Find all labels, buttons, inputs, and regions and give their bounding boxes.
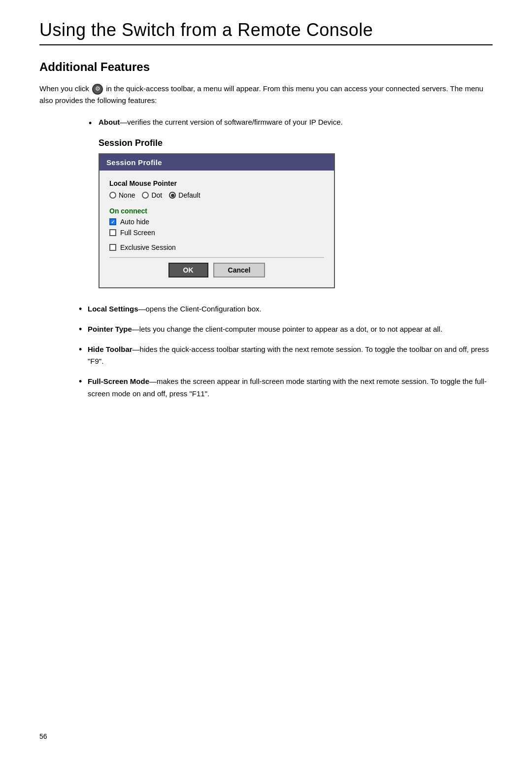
cancel-button[interactable]: Cancel <box>213 263 266 277</box>
radio-group: None Dot Default <box>109 191 324 199</box>
about-bullet: About—verifies the current version of so… <box>99 116 493 128</box>
page-title: Using the Switch from a Remote Console <box>39 20 493 40</box>
on-connect-label: On connect <box>109 207 324 215</box>
hide-toolbar-text: hides the quick-access toolbar starting … <box>88 345 489 366</box>
dialog-title: Session Profile <box>106 158 162 167</box>
about-label: About <box>99 118 120 126</box>
intro-paragraph: When you click in the quick-access toolb… <box>39 83 493 106</box>
section-title: Additional Features <box>39 60 493 74</box>
toolbar-icon <box>92 84 103 95</box>
exclusive-checkbox[interactable] <box>109 244 116 251</box>
radio-default-label: Default <box>178 191 200 199</box>
radio-default[interactable]: Default <box>169 191 200 199</box>
dialog-content: Local Mouse Pointer None Dot Default <box>100 171 334 287</box>
auto-hide-label: Auto hide <box>120 218 149 226</box>
radio-dot-label: Dot <box>151 191 162 199</box>
on-connect-section: On connect Auto hide Full Screen <box>109 207 324 237</box>
session-profile-subtitle: Session Profile <box>99 138 493 148</box>
ok-button[interactable]: OK <box>168 263 208 277</box>
bullet-list: Local Settings—opens the Client-Configur… <box>39 303 493 400</box>
pointer-type-bullet: Pointer Type—lets you change the client-… <box>79 323 493 336</box>
dialog-titlebar: Session Profile <box>100 154 334 171</box>
radio-default-circle <box>169 192 176 199</box>
session-profile-dialog: Session Profile Local Mouse Pointer None… <box>99 153 335 288</box>
about-dash: — <box>120 118 127 126</box>
radio-none-circle <box>109 192 116 199</box>
full-screen-mode-dash: — <box>149 377 157 385</box>
dialog-buttons: OK Cancel <box>109 263 324 280</box>
auto-hide-checkbox[interactable] <box>109 218 116 225</box>
hide-toolbar-dash: — <box>133 345 140 353</box>
page-number: 56 <box>39 732 47 740</box>
page-header: Using the Switch from a Remote Console <box>39 20 493 45</box>
pointer-type-text: lets you change the client-computer mous… <box>139 325 442 333</box>
about-text: verifies the current version of software… <box>127 118 342 126</box>
auto-hide-row: Auto hide <box>109 218 324 226</box>
local-mouse-pointer-label: Local Mouse Pointer <box>109 179 324 187</box>
hide-toolbar-bullet: Hide Toolbar—hides the quick-access tool… <box>79 344 493 368</box>
pointer-type-label: Pointer Type <box>88 325 132 333</box>
full-screen-mode-label: Full-Screen Mode <box>88 377 149 385</box>
radio-dot[interactable]: Dot <box>142 191 162 199</box>
radio-dot-circle <box>142 192 149 199</box>
local-settings-bullet: Local Settings—opens the Client-Configur… <box>79 303 493 315</box>
radio-none[interactable]: None <box>109 191 135 199</box>
pointer-type-dash: — <box>132 325 139 333</box>
dialog-divider <box>109 257 324 258</box>
intro-part2: in the quick-access toolbar, a menu will… <box>39 84 483 104</box>
exclusive-row: Exclusive Session <box>109 243 324 251</box>
hide-toolbar-label: Hide Toolbar <box>88 345 133 353</box>
exclusive-section: Exclusive Session <box>109 243 324 251</box>
full-screen-mode-bullet: Full-Screen Mode—makes the screen appear… <box>79 376 493 400</box>
local-settings-dash: — <box>138 305 146 313</box>
intro-part1: When you click <box>39 84 91 93</box>
full-screen-label: Full Screen <box>120 229 155 237</box>
full-screen-checkbox[interactable] <box>109 229 116 236</box>
exclusive-label: Exclusive Session <box>120 243 176 251</box>
local-settings-label: Local Settings <box>88 305 138 313</box>
full-screen-row: Full Screen <box>109 229 324 237</box>
local-settings-text: opens the Client-Configuration box. <box>146 305 262 313</box>
radio-none-label: None <box>119 191 135 199</box>
session-profile-dialog-wrapper: Session Profile Local Mouse Pointer None… <box>99 153 463 288</box>
